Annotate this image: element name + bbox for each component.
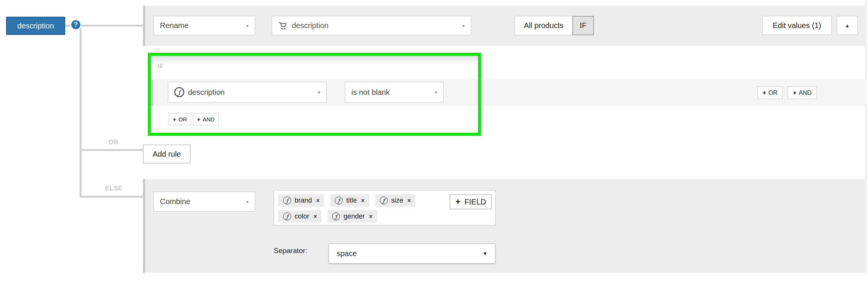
plus-icon: + [763, 90, 766, 96]
row-add-or-button[interactable]: + OR [757, 86, 783, 99]
fx-field-icon: ƒ [283, 197, 291, 204]
action-type-select[interactable]: Rename ▾ [154, 16, 255, 35]
else-action-value: Combine [160, 197, 190, 206]
field-chip: ƒ gender × [327, 210, 377, 223]
field-chip-label: color [295, 212, 309, 220]
remove-field-icon[interactable]: × [407, 197, 411, 204]
output-field-node[interactable]: description [6, 17, 65, 35]
action-type-value: Rename [160, 21, 189, 30]
if-section-label: IF [158, 63, 164, 70]
condition-operator-select[interactable]: is not blank ▾ [345, 82, 444, 102]
plus-icon: + [173, 116, 176, 123]
add-field-label: FIELD [465, 198, 486, 206]
field-chip-label: title [346, 197, 357, 204]
fx-field-icon: ƒ [283, 212, 291, 220]
plus-icon: + [456, 197, 461, 207]
separator-label: Separator: [274, 247, 307, 255]
collapse-up-icon: ▲ [845, 23, 850, 28]
plus-icon: + [793, 90, 796, 96]
row-add-and-label: AND [799, 90, 812, 96]
else-branch-label: ELSE [105, 185, 122, 192]
else-action-select[interactable]: Combine ▾ [154, 192, 255, 212]
add-and-label: AND [203, 116, 215, 123]
collapse-button[interactable]: ▲ [837, 16, 858, 35]
field-chip: ƒ brand × [279, 194, 324, 207]
if-segment[interactable]: IF [572, 16, 594, 35]
fx-field-icon: ƒ [335, 197, 343, 204]
plus-icon: + [197, 116, 201, 123]
condition-field-value: description [188, 88, 225, 97]
field-chip: ƒ title × [330, 194, 369, 207]
scope-toggle: All products IF [515, 16, 594, 35]
all-products-segment[interactable]: All products [515, 16, 573, 35]
separator-select[interactable]: space ▼ [329, 244, 495, 264]
add-field-button[interactable]: + FIELD [450, 194, 492, 209]
edit-values-button[interactable]: Edit values (1) [762, 16, 832, 35]
field-chip-label: brand [295, 197, 312, 204]
tree-connector-else [81, 196, 143, 198]
condition-field-select[interactable]: ƒ description ▾ [168, 82, 327, 102]
input-field-value: description [292, 21, 329, 30]
caret-down-icon: ▾ [462, 23, 465, 29]
tree-connector-trunk [80, 28, 81, 198]
caret-down-icon: ▾ [435, 89, 437, 95]
or-branch-label: OR [108, 138, 119, 146]
select-arrow-icon: ▼ [483, 251, 487, 256]
input-field-select[interactable]: description ▾ [272, 16, 471, 35]
remove-field-icon[interactable]: × [316, 197, 320, 204]
field-chip: ƒ color × [279, 210, 321, 223]
fx-field-icon: ƒ [332, 212, 340, 220]
help-icon[interactable]: ? [71, 19, 81, 30]
fx-field-icon: ƒ [174, 87, 184, 97]
add-rule-button[interactable]: Add rule [143, 145, 191, 164]
separator-value: space [337, 249, 357, 258]
row-add-or-label: OR [768, 90, 777, 96]
row-add-and-button[interactable]: + AND [788, 86, 817, 99]
remove-field-icon[interactable]: × [369, 213, 372, 220]
remove-field-icon[interactable]: × [361, 197, 364, 204]
caret-down-icon: ▾ [318, 89, 320, 95]
add-and-button[interactable]: + AND [193, 113, 219, 125]
remove-field-icon[interactable]: × [313, 213, 317, 220]
field-chip: ƒ size × [375, 194, 415, 207]
field-chip-label: size [391, 197, 403, 204]
field-chip-label: gender [343, 212, 365, 220]
caret-down-icon: ▾ [246, 199, 249, 205]
cart-icon [278, 22, 287, 30]
caret-down-icon: ▾ [246, 23, 249, 29]
add-or-label: OR [179, 116, 187, 123]
fx-field-icon: ƒ [380, 197, 388, 204]
condition-operator-value: is not blank [351, 88, 390, 97]
tree-connector-or [81, 149, 143, 151]
add-or-button[interactable]: + OR [169, 113, 191, 125]
rule-editor: description ? OR ELSE Rename ▾ descripti… [0, 0, 868, 305]
